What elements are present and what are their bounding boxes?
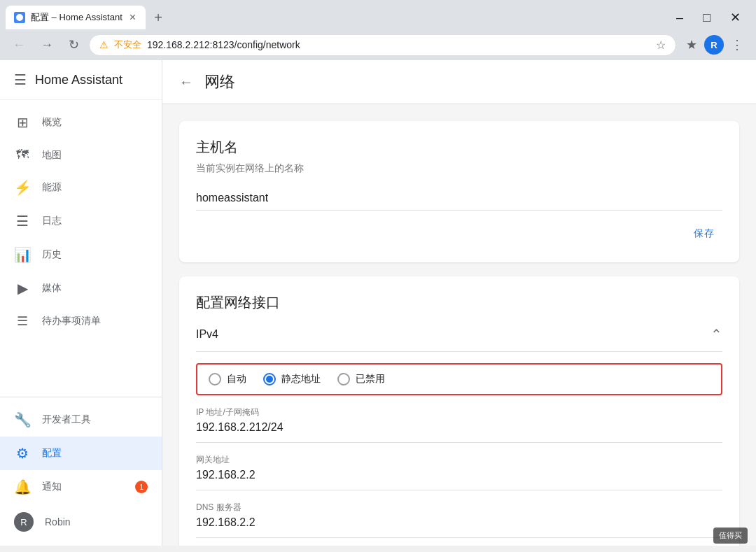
ipv4-label: IPv4 <box>196 328 218 341</box>
ip-address-value: 192.168.2.212/24 <box>196 421 722 434</box>
radio-static-label: 静态地址 <box>281 373 321 385</box>
active-tab[interactable]: 配置 – Home Assistant × <box>6 6 146 29</box>
dns-label: DNS 服务器 <box>196 502 722 514</box>
address-bar[interactable]: ⚠ 不安全 192.168.2.212:8123/config/network … <box>89 34 676 56</box>
gateway-label: 网关地址 <box>196 454 722 466</box>
overview-icon: ⊞ <box>14 114 31 131</box>
sidebar-item-config[interactable]: ⚙ 配置 <box>0 437 162 470</box>
user-avatar: R <box>14 512 34 532</box>
sidebar-item-config-label: 配置 <box>42 447 62 460</box>
browser-chrome: 配置 – Home Assistant × + – □ ✕ ← → ↻ ⚠ 不安… <box>0 0 756 60</box>
sidebar-item-media[interactable]: ▶ 媒体 <box>0 271 162 305</box>
profile-button[interactable]: R <box>704 35 724 55</box>
main-content: ← 网络 主机名 当前实例在网络上的名称 保存 配置网络接口 IPv4 <box>162 60 756 546</box>
radio-auto-circle <box>209 373 221 385</box>
dns-field: DNS 服务器 192.168.2.2 <box>196 502 722 538</box>
gateway-value: 192.168.2.2 <box>196 469 722 481</box>
url-text: 192.168.2.212:8123/config/network <box>147 39 650 50</box>
app-container: ☰ Home Assistant ⊞ 概览 🗺 地图 ⚡ 能源 ☰ 日志 📊 <box>0 60 756 546</box>
minimize-button[interactable]: – <box>666 6 693 29</box>
ip-address-field: IP 地址/子网掩码 192.168.2.212/24 <box>196 406 722 443</box>
sidebar-item-developer[interactable]: 🔧 开发者工具 <box>0 403 162 437</box>
ip-address-label: IP 地址/子网掩码 <box>196 406 722 418</box>
developer-icon: 🔧 <box>14 411 31 428</box>
network-card-title: 配置网络接口 <box>196 293 722 312</box>
radio-disabled[interactable]: 已禁用 <box>337 373 385 385</box>
forward-nav-button[interactable]: → <box>35 34 59 56</box>
save-hostname-button[interactable]: 保存 <box>685 222 722 246</box>
sidebar-item-media-label: 媒体 <box>42 282 62 295</box>
sidebar-bottom: 🔧 开发者工具 ⚙ 配置 🔔 通知 1 R Robin <box>0 397 162 546</box>
ipv4-collapse-icon[interactable]: ⌃ <box>710 326 722 343</box>
radio-auto[interactable]: 自动 <box>209 373 246 385</box>
ipv4-section: IPv4 ⌃ 自动 静态地址 <box>196 318 722 538</box>
back-button[interactable]: ← <box>179 74 193 90</box>
sidebar-item-history-label: 历史 <box>42 248 62 261</box>
radio-auto-label: 自动 <box>227 373 246 385</box>
dns-value: 192.168.2.2 <box>196 516 722 529</box>
sidebar-item-energy[interactable]: ⚡ 能源 <box>0 171 162 204</box>
close-window-button[interactable]: ✕ <box>720 6 750 29</box>
sidebar-item-history[interactable]: 📊 历史 <box>0 238 162 271</box>
sidebar-nav: ⊞ 概览 🗺 地图 ⚡ 能源 ☰ 日志 📊 历史 ▶ 媒体 <box>0 100 162 397</box>
hamburger-icon[interactable]: ☰ <box>14 71 27 88</box>
ipv4-section-header: IPv4 ⌃ <box>196 318 722 352</box>
energy-icon: ⚡ <box>14 179 31 196</box>
sidebar-item-energy-label: 能源 <box>42 181 62 194</box>
content-area: 主机名 当前实例在网络上的名称 保存 配置网络接口 IPv4 ⌃ <box>162 104 756 546</box>
menu-button[interactable]: ⋮ <box>725 34 749 56</box>
radio-disabled-circle <box>337 373 350 385</box>
sidebar-logo: Home Assistant <box>35 73 122 87</box>
reload-button[interactable]: ↻ <box>63 34 85 56</box>
sidebar-item-developer-label: 开发者工具 <box>42 413 91 426</box>
sidebar-item-user[interactable]: R Robin <box>0 504 162 540</box>
config-icon: ⚙ <box>14 445 31 462</box>
map-icon: 🗺 <box>14 148 31 162</box>
history-icon: 📊 <box>14 246 31 263</box>
page-title: 网络 <box>204 71 235 92</box>
hostname-card: 主机名 当前实例在网络上的名称 保存 <box>179 121 739 262</box>
todo-icon: ☰ <box>14 313 31 329</box>
notification-badge: 1 <box>135 481 148 493</box>
new-tab-button[interactable]: + <box>148 7 168 29</box>
back-nav-button[interactable]: ← <box>7 34 31 56</box>
tab-close-button[interactable]: × <box>128 10 137 25</box>
sidebar-item-overview[interactable]: ⊞ 概览 <box>0 106 162 139</box>
sidebar-item-map[interactable]: 🗺 地图 <box>0 139 162 171</box>
sidebar-item-user-label: Robin <box>45 516 71 528</box>
sidebar-item-notifications[interactable]: 🔔 通知 1 <box>0 470 162 504</box>
tab-favicon <box>14 12 25 23</box>
hostname-input[interactable] <box>196 186 722 211</box>
sidebar-item-logs-label: 日志 <box>42 215 62 227</box>
watermark-text: 值得买 <box>719 531 742 539</box>
sidebar: ☰ Home Assistant ⊞ 概览 🗺 地图 ⚡ 能源 ☰ 日志 📊 <box>0 60 162 546</box>
gateway-field: 网关地址 192.168.2.2 <box>196 454 722 490</box>
insecure-label: 不安全 <box>114 38 141 51</box>
radio-static-circle <box>263 373 276 385</box>
maximize-button[interactable]: □ <box>693 6 720 29</box>
sidebar-item-todo-label: 待办事项清单 <box>42 315 101 327</box>
sidebar-item-overview-label: 概览 <box>42 116 62 129</box>
ipv4-mode-radio-group: 自动 静态地址 已禁用 <box>196 363 722 395</box>
security-icon: ⚠ <box>99 39 108 50</box>
sidebar-header: ☰ Home Assistant <box>0 60 162 100</box>
watermark: 值得买 <box>713 528 748 544</box>
radio-static[interactable]: 静态地址 <box>263 373 321 385</box>
sidebar-item-todo[interactable]: ☰ 待办事项清单 <box>0 305 162 337</box>
radio-disabled-label: 已禁用 <box>356 373 385 385</box>
hostname-card-subtitle: 当前实例在网络上的名称 <box>196 162 722 175</box>
page-header: ← 网络 <box>162 60 756 104</box>
tab-title: 配置 – Home Assistant <box>31 11 122 24</box>
logs-icon: ☰ <box>14 213 31 229</box>
extensions-button[interactable]: ★ <box>680 34 703 56</box>
svg-point-0 <box>16 14 23 21</box>
sidebar-item-map-label: 地图 <box>42 149 62 162</box>
hostname-card-title: 主机名 <box>196 138 722 157</box>
network-card: 配置网络接口 IPv4 ⌃ 自动 <box>179 276 739 546</box>
media-icon: ▶ <box>14 280 31 297</box>
bookmark-icon[interactable]: ☆ <box>656 38 666 52</box>
sidebar-item-notifications-label: 通知 <box>42 481 62 493</box>
sidebar-item-logs[interactable]: ☰ 日志 <box>0 204 162 238</box>
notifications-icon: 🔔 <box>14 479 31 495</box>
